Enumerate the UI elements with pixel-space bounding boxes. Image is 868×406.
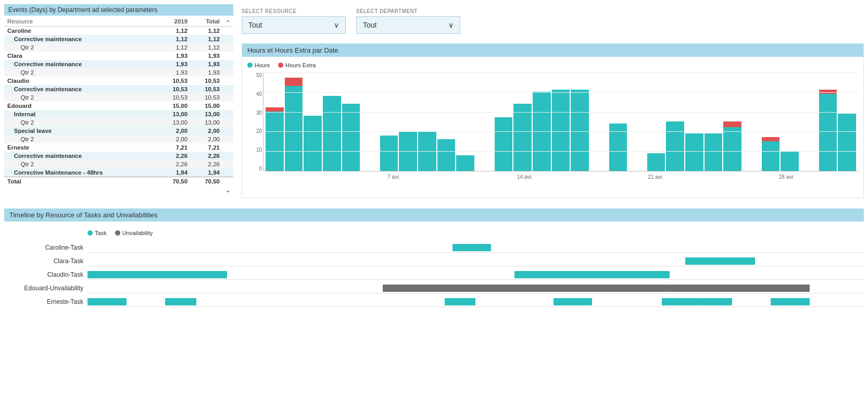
row-total: 1,93 [191,60,223,68]
timeline-legend: Task Unvailability [87,230,864,236]
bar-group [762,137,780,171]
hours-extra-label: Hours Extra [285,62,316,68]
bar-teal [266,112,284,171]
row-label: Corrective maintenance [4,60,158,68]
dropdowns-row: SELECT RESOURCE Tout ∨ SELECT DEPARTMENT… [242,4,864,38]
timeline-bar-task [771,298,810,305]
table-row: Total 70,50 70,50 [4,177,233,186]
grid-50 [263,72,858,73]
row-label: Edouard [4,102,158,110]
data-table: Resource 2019 Total Caroline 1,12 1,12 C… [4,17,233,186]
row-spacer [223,27,233,35]
department-dropdown[interactable]: Tout ∨ [356,16,460,34]
row-spacer [223,168,233,177]
row-total: 10,53 [191,77,223,85]
timeline-rows: Caroline-TaskClara-TaskClaudio-TaskEdoua… [4,242,864,307]
bars-inner [263,72,858,171]
bar-group [781,151,799,171]
table-row: Internal 13,00 13,00 [4,110,233,118]
row-label: Qtr 2 [4,43,158,52]
row-label: Corrective maintenance [4,85,158,93]
row-spacer [223,35,233,43]
bar-teal [762,141,780,171]
row-spacer [223,143,233,152]
timeline-bar-task [445,298,476,305]
timeline-bar-task [514,271,670,278]
bar-teal [380,136,398,171]
bar-teal [781,151,799,171]
main-container: Events (Days) by Department ad selected … [0,0,868,406]
row-spacer [223,152,233,160]
grid-30 [263,112,858,113]
legend-hours: Hours [247,62,270,68]
resource-dropdown[interactable]: Tout ∨ [242,16,346,34]
row-2019: 2,26 [158,152,191,160]
bar-group [705,133,723,171]
resource-label: SELECT RESOURCE [242,8,346,14]
bar-teal [342,104,360,171]
department-arrow-icon: ∨ [448,21,454,29]
resource-dropdown-group: SELECT RESOURCE Tout ∨ [242,8,346,34]
table-row: Qtr 2 13,00 13,00 [4,118,233,127]
row-total: 2,26 [191,152,223,160]
row-spacer [223,52,233,60]
timeline-row-line [87,283,864,293]
bar-red [723,121,741,127]
y-label-50: 50 [247,72,262,78]
row-total: 15,00 [191,102,223,110]
bar-group [342,104,360,171]
y-label-0: 0 [247,166,262,171]
row-2019: 10,53 [158,85,191,93]
row-spacer [223,118,233,127]
bar-teal [304,116,322,171]
timeline-bar-task [701,298,732,305]
scroll-up-arrow[interactable]: ⌃ [225,19,231,27]
table-row: Special leave 2,00 2,00 [4,127,233,135]
table-row: Qtr 2 1,12 1,12 [4,43,233,52]
row-label: Total [4,177,158,186]
timeline-bar-unavail [514,285,670,292]
bar-teal [495,117,513,171]
scroll-down-arrow[interactable]: ⌄ [4,186,233,194]
timeline-bar-unavail [670,285,809,292]
row-label: Caroline [4,27,158,35]
row-2019: 15,00 [158,102,191,110]
row-label: Qtr 2 [4,68,158,77]
bar-group [819,90,837,171]
row-2019: 10,53 [158,77,191,85]
hours-dot [247,63,253,68]
timeline-bar-task [165,298,196,305]
row-spacer [223,85,233,93]
grid-40 [263,92,858,93]
row-total: 70,50 [191,177,223,186]
bar-group [323,96,341,171]
bar-group [437,139,456,171]
row-total: 7,21 [191,143,223,152]
row-total: 1,12 [191,43,223,52]
y-label-20: 20 [247,128,262,134]
row-2019: 1,93 [158,60,191,68]
table-row: Edouard 15,00 15,00 [4,102,233,110]
row-2019: 1,94 [158,168,191,177]
table-row: Qtr 2 2,26 2,26 [4,160,233,168]
timeline-row-label: Edouard-Unvailability [4,285,87,292]
timeline-bar-task [452,244,492,251]
timeline-bar-task [685,257,755,265]
grid-20 [263,131,858,132]
bar-group [571,90,589,171]
bar-group [723,121,741,171]
timeline-row-label: Caroline-Task [4,244,87,251]
row-total: 1,93 [191,68,223,77]
grid-10 [263,151,858,152]
bar-group [380,136,398,171]
row-spacer [223,110,233,118]
row-total: 1,12 [191,35,223,43]
row-total: 13,00 [191,110,223,118]
department-value: Tout [363,21,376,29]
timeline-row-line [87,256,864,266]
row-label: Corrective Maintenance - 48hrs [4,168,158,177]
table-body: Caroline 1,12 1,12 Corrective maintenanc… [4,27,233,186]
bar-teal [609,124,627,171]
timeline-row: Caroline-Task [4,242,864,253]
row-total: 10,53 [191,85,223,93]
